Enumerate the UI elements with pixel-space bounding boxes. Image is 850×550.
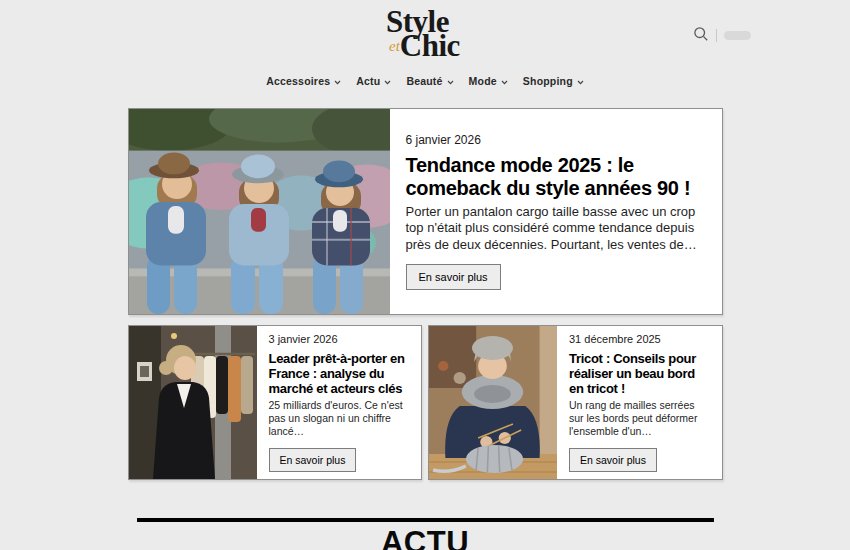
read-more-button[interactable]: En savoir plus: [569, 448, 657, 472]
article-card-pret-a-porter: 3 janvier 2026 Leader prêt-à-porter en F…: [128, 325, 423, 480]
article-card-tricot: 31 décembre 2025 Tricot : Conseils pour …: [428, 325, 723, 480]
site-header: Style etChic Accessoires: [128, 0, 723, 87]
nav-label: Actu: [356, 75, 380, 87]
article-body: 31 décembre 2025 Tricot : Conseils pour …: [557, 326, 722, 479]
header-divider: [716, 29, 717, 42]
nav-item-shopping[interactable]: Shopping: [523, 75, 584, 87]
featured-read-more-button[interactable]: En savoir plus: [406, 264, 501, 290]
site-logo[interactable]: Style etChic: [386, 6, 464, 61]
logo-line2: etChic: [386, 30, 464, 61]
featured-article-body: 6 janvier 2026 Tendance mode 2025 : le c…: [390, 109, 722, 314]
secondary-articles-row: 3 janvier 2026 Leader prêt-à-porter en F…: [128, 325, 723, 480]
article-title[interactable]: Leader prêt-à-porter en France : analyse…: [269, 351, 409, 397]
nav-label: Beauté: [406, 75, 442, 87]
article-image[interactable]: [429, 326, 557, 479]
article-image-illustration: [429, 326, 557, 479]
nav-item-accessoires[interactable]: Accessoires: [266, 75, 341, 87]
nav-label: Accessoires: [266, 75, 330, 87]
chevron-down-icon: [447, 75, 454, 87]
chevron-down-icon: [501, 75, 508, 87]
featured-image-illustration: [129, 109, 390, 314]
article-excerpt: Un rang de mailles serrées sur les bords…: [569, 399, 709, 438]
logo-line2-text: Chic: [400, 28, 460, 63]
header-utilities: [693, 26, 751, 45]
chevron-down-icon: [384, 75, 391, 87]
nav-label: Mode: [469, 75, 497, 87]
logo-conjunction: et: [389, 38, 400, 54]
featured-article-card: 6 janvier 2026 Tendance mode 2025 : le c…: [128, 108, 723, 315]
featured-article-image[interactable]: [129, 109, 390, 314]
toggle-pill[interactable]: [724, 31, 751, 40]
nav-item-beaute[interactable]: Beauté: [406, 75, 453, 87]
article-body: 3 janvier 2026 Leader prêt-à-porter en F…: [257, 326, 422, 479]
featured-article-date: 6 janvier 2026: [406, 133, 706, 147]
chevron-down-icon: [334, 75, 341, 87]
search-button[interactable]: [693, 26, 709, 45]
read-more-button[interactable]: En savoir plus: [269, 448, 357, 472]
search-icon: [693, 26, 709, 45]
article-date: 31 décembre 2025: [569, 333, 709, 345]
main-navigation: Accessoires Actu Beauté Mode Shopping: [128, 75, 723, 87]
nav-label: Shopping: [523, 75, 573, 87]
section-divider: [137, 518, 714, 522]
featured-article-title[interactable]: Tendance mode 2025 : le comeback du styl…: [406, 154, 706, 200]
chevron-down-icon: [577, 75, 584, 87]
article-excerpt: 25 milliards d'euros. Ce n'est pas un sl…: [269, 399, 409, 438]
section-title: ACTU: [128, 525, 723, 550]
actu-section-header: ACTU: [128, 518, 723, 550]
featured-article-excerpt: Porter un pantalon cargo taille basse av…: [406, 204, 706, 253]
nav-item-actu[interactable]: Actu: [356, 75, 391, 87]
article-title[interactable]: Tricot : Conseils pour réaliser un beau …: [569, 351, 709, 397]
article-image[interactable]: [129, 326, 257, 479]
nav-item-mode[interactable]: Mode: [469, 75, 508, 87]
article-date: 3 janvier 2026: [269, 333, 409, 345]
article-image-illustration: [129, 326, 257, 479]
